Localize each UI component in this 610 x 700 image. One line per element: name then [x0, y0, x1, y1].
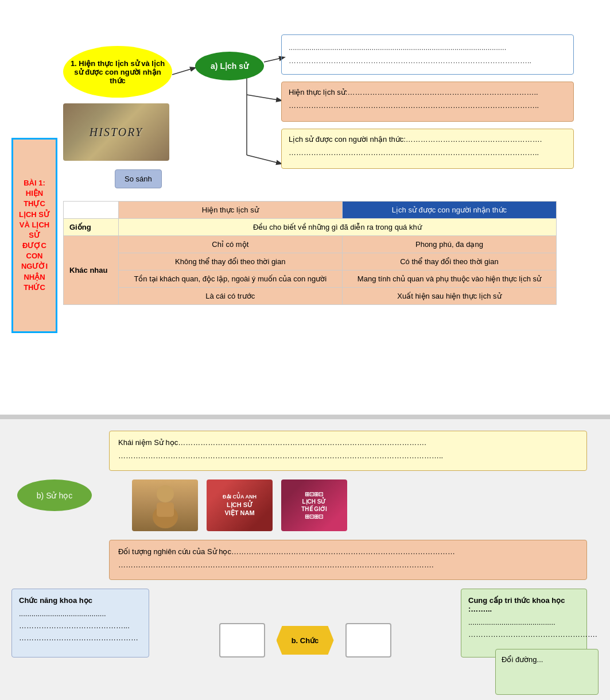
chuc-nang-section: Chức năng khoa học .....................…: [11, 589, 599, 658]
green-oval: a) Lịch sử: [195, 52, 264, 80]
doi-duong-area: Đổi đường...: [495, 649, 599, 695]
khac-row3-right: Mang tính chủ quan và phụ thuộc vào hiện…: [342, 270, 556, 288]
b-su-hoc-label: b) Sử học: [17, 479, 92, 511]
dotted-box: ........................................…: [281, 34, 574, 75]
chuc-nang-line2: ……………………………………...: [19, 621, 142, 630]
shapes-row: b. Chức: [219, 623, 391, 658]
page-container: BÀI 1: HIỆN THỰC LỊCH SỬ VÀ LỊCH SỬ ĐƯỢC…: [0, 0, 610, 700]
center-shapes: b. Chức: [149, 589, 461, 658]
chuc-nang-line1: ........................................…: [19, 609, 142, 618]
images-row: ĐẠI CỦA ANH LỊCH SỬ VIỆT NAM ⊞⊡⊞⊡ LỊCH S…: [132, 479, 347, 531]
sidebar: BÀI 1: HIỆN THỰC LỊCH SỬ VÀ LỊCH SỬ ĐƯỢC…: [11, 138, 57, 333]
khac-row2-right: Có thể thay đổi theo thời gian: [342, 253, 556, 270]
giong-label: Giống: [64, 219, 119, 236]
svg-point-6: [157, 485, 174, 502]
dotted-line2: ……………………………………………………………………………………..: [289, 54, 566, 67]
person-image: [132, 479, 198, 531]
khai-niem-line2: ……………………………………………………………………………………………………………: [118, 451, 578, 460]
book1-image: ĐẠI CỦA ANH LỊCH SỬ VIỆT NAM: [207, 479, 273, 531]
doi-tuong-line1: Đối tượng nghiên cứu của Sử học…………………………: [118, 547, 578, 556]
doi-duong-box: Đổi đường...: [495, 649, 599, 695]
b-chuc-label: b. Chức: [277, 626, 334, 655]
cung-cap-title: Cung cấp tri thức khoa học :……...: [468, 596, 580, 613]
khac-row1-right: Phong phú, đa dạng: [342, 236, 556, 253]
khac-label: Khác nhau: [64, 236, 119, 305]
lich-su-box: Lịch sử được con người nhận thức:……………………: [281, 129, 574, 169]
page2: Khái niệm Sử học…………………………………………………………………: [0, 419, 610, 700]
dotted-line1: ........................................…: [289, 41, 566, 54]
svg-line-5: [247, 155, 281, 164]
khac-row4-right: Xuất hiện sau hiện thực lịch sử: [342, 288, 556, 305]
book1-text: ĐẠI CỦA ANH LỊCH SỬ VIỆT NAM: [223, 494, 257, 517]
doi-duong-label: Đổi đường...: [502, 655, 592, 664]
b-chuc-text: b. Chức: [292, 636, 319, 645]
khai-niem-line1: Khái niệm Sử học…………………………………………………………………: [118, 438, 578, 447]
table-row-khac1: Khác nhau Chỉ có một Phong phú, đa dạng: [64, 236, 557, 253]
khac-row2-left: Không thể thay đổi theo thời gian: [118, 253, 342, 270]
b-su-hoc-text: b) Sử học: [37, 491, 72, 500]
table-row-khac3: Tồn tại khách quan, độc lập, ngoài ý muố…: [64, 270, 557, 288]
history-image: HISTORY: [63, 103, 169, 161]
table-row-khac4: Là cái có trước Xuất hiện sau hiện thực …: [64, 288, 557, 305]
book2-image: ⊞⊡⊞⊡ LỊCH SỬ THẾ GIỚI ⊞⊡⊞⊡: [281, 479, 347, 531]
history-label: HISTORY: [90, 126, 143, 139]
lich-su-line1: Lịch sử được con người nhận thức:……………………: [289, 135, 566, 144]
shape-left: [219, 623, 265, 658]
table-row-giong: Giống Đều cho biết về những gì đã diễn r…: [64, 219, 557, 236]
green-oval-text: a) Lịch sử: [211, 61, 248, 71]
page1: BÀI 1: HIỆN THỰC LỊCH SỬ VÀ LỊCH SỬ ĐƯỢC…: [0, 0, 610, 419]
person-svg: [148, 482, 182, 528]
khac-row3-left: Tồn tại khách quan, độc lập, ngoài ý muố…: [118, 270, 342, 288]
comparison-table: Hiện thực lịch sử Lịch sử được con người…: [63, 201, 557, 305]
hien-thuc-line2: ………………………………………………………………………………………..: [289, 101, 566, 110]
cung-cap-box: Cung cấp tri thức khoa học :……... ......…: [461, 589, 587, 658]
khac-row4-left: Là cái có trước: [118, 288, 342, 305]
b-su-hoc-section: b) Sử học ĐẠI CỦA ANH LỊCH SỬ: [11, 479, 599, 531]
khai-niem-box: Khái niệm Sử học…………………………………………………………………: [109, 431, 587, 471]
table-row-khac2: Không thể thay đổi theo thời gian Có thể…: [64, 253, 557, 270]
hien-thuc-box: Hiện thực lịch sử:……………………………………………………………: [281, 82, 574, 122]
chuc-nang-box: Chức năng khoa học .....................…: [11, 589, 149, 658]
cung-cap-line2: …………………………………………….: [468, 630, 580, 639]
so-sanh-label: So sánh: [125, 175, 152, 183]
doi-tuong-line2: ……………………………………………………………………………………………………………: [118, 560, 578, 569]
book2-text: ⊞⊡⊞⊡ LỊCH SỬ THẾ GIỚI ⊞⊡⊞⊡: [298, 488, 329, 523]
right-boxes: ........................................…: [281, 34, 574, 176]
comp-table: Hiện thực lịch sử Lịch sử được con người…: [63, 201, 557, 305]
svg-line-3: [247, 95, 281, 100]
sidebar-text: BÀI 1: HIỆN THỰC LỊCH SỬ VÀ LỊCH SỬ ĐƯỢC…: [16, 178, 53, 293]
yellow-oval: 1. Hiện thực lịch sử và lịch sử được con…: [63, 46, 172, 98]
chuc-nang-title: Chức năng khoa học: [19, 596, 142, 605]
col-header-lich-su: Lịch sử được con người nhận thức: [342, 202, 556, 219]
col-header-hien-thuc: Hiện thực lịch sử: [118, 202, 342, 219]
yellow-oval-text: 1. Hiện thực lịch sử và lịch sử được con…: [69, 59, 166, 85]
doi-tuong-box: Đối tượng nghiên cứu của Sử học…………………………: [109, 540, 587, 580]
col-header-empty: [64, 202, 119, 219]
shape-right: [345, 623, 391, 658]
lich-su-line2: ………………………………………………………………………………………..: [289, 148, 566, 157]
top-left-section: 1. Hiện thực lịch sử và lịch sử được con…: [63, 46, 172, 161]
giong-value: Đều cho biết về những gì đã diễn ra tron…: [118, 219, 556, 236]
so-sanh-button[interactable]: So sánh: [115, 169, 162, 188]
hien-thuc-line1: Hiện thực lịch sử:……………………………………………………………: [289, 88, 566, 96]
svg-line-0: [172, 68, 195, 75]
cung-cap-line1: ........................................…: [468, 618, 580, 626]
chuc-nang-line3: …………………………………………: [19, 633, 142, 642]
svg-rect-8: [157, 502, 174, 517]
khac-row1-left: Chỉ có một: [118, 236, 342, 253]
